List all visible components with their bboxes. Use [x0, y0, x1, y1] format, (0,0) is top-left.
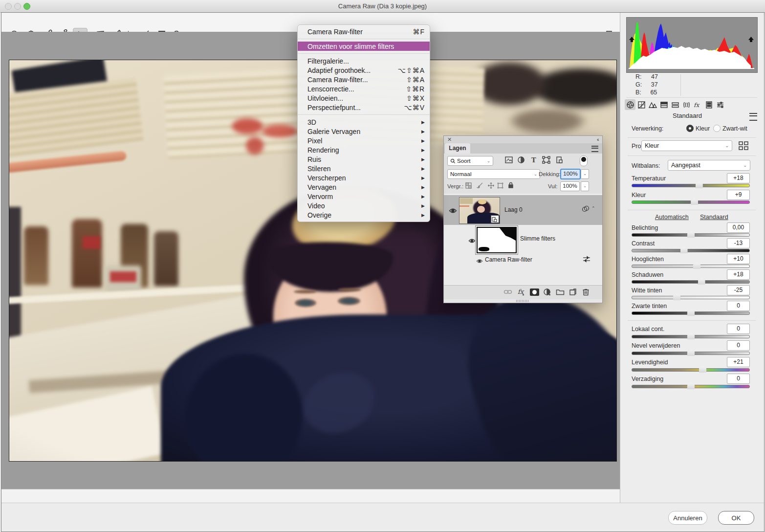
collapse-panel-icon[interactable]: ‹‹: [597, 136, 598, 142]
slider-value-field[interactable]: 0: [727, 340, 750, 351]
cancel-button[interactable]: Annuleren: [668, 511, 707, 525]
filter-shape-layers-icon[interactable]: [542, 156, 550, 164]
opacity-dropdown[interactable]: ⌄: [581, 169, 589, 179]
tab-basic-icon[interactable]: [625, 99, 635, 110]
tab-split-toning-icon[interactable]: [670, 99, 680, 110]
fill-field[interactable]: 100%: [560, 181, 580, 191]
shadow-clipping-warning-icon[interactable]: [629, 37, 635, 43]
highlight-clipping-warning-icon[interactable]: [748, 37, 755, 43]
shadows-slider[interactable]: [632, 280, 750, 284]
saturation-slider[interactable]: [632, 385, 750, 388]
lock-position-icon[interactable]: [487, 182, 495, 189]
zoom-window-button[interactable]: [23, 3, 30, 10]
delete-layer-trash-icon[interactable]: [582, 288, 590, 296]
filter-smart-objects-icon[interactable]: [555, 156, 563, 164]
layers-panel-menu-icon[interactable]: [591, 146, 598, 152]
temperature-slider[interactable]: [632, 184, 750, 187]
slider-value-field[interactable]: +18: [727, 269, 750, 280]
menu-item-submenu[interactable]: Overige ▶: [298, 210, 430, 220]
slider-value-field[interactable]: +9: [727, 190, 750, 200]
menu-item-submenu[interactable]: Galerie Vervagen ▶: [298, 127, 430, 136]
white-balance-select[interactable]: Aangepast⌄: [668, 160, 750, 171]
link-layers-icon[interactable]: [503, 288, 512, 295]
panel-resize-grip[interactable]: [516, 300, 529, 302]
processing-color-radio[interactable]: [686, 125, 694, 132]
layer-filter-toggle[interactable]: [580, 155, 588, 166]
smart-filter-eye-icon[interactable]: [476, 257, 483, 266]
menu-item-submenu[interactable]: Video ▶: [298, 201, 430, 210]
menu-item-submenu[interactable]: Rendering ▶: [298, 145, 430, 155]
collapse-smart-filters-icon[interactable]: ⌃: [591, 206, 595, 211]
menu-item[interactable]: Camera Raw-filter... ⇧⌘A: [298, 75, 430, 84]
clarity-slider[interactable]: [632, 335, 750, 338]
menu-item[interactable]: Uitvloeien... ⇧⌘X: [298, 93, 430, 103]
lock-transparency-icon[interactable]: [465, 182, 472, 189]
menu-item-submenu[interactable]: Stileren ▶: [298, 164, 430, 173]
filter-blending-options-icon[interactable]: [582, 256, 591, 265]
slider-value-field[interactable]: +10: [727, 254, 750, 264]
menu-item-submenu[interactable]: Pixel ▶: [298, 136, 430, 145]
menu-item-submenu[interactable]: Vervorm ▶: [298, 192, 430, 201]
tab-tone-curve-icon[interactable]: [636, 99, 647, 110]
vibrance-slider[interactable]: [632, 368, 750, 372]
tint-slider[interactable]: [632, 200, 750, 204]
menu-item-submenu[interactable]: 3D ▶: [298, 117, 430, 127]
lock-artboard-icon[interactable]: [497, 182, 504, 189]
histogram[interactable]: [626, 17, 758, 73]
slider-value-field[interactable]: +18: [727, 173, 750, 183]
add-layer-mask-icon[interactable]: [530, 288, 539, 296]
smart-filter-entry-label[interactable]: Camera Raw-filter: [485, 256, 532, 263]
layer-name[interactable]: Laag 0: [504, 206, 523, 213]
filter-adjustment-layers-icon[interactable]: [517, 156, 525, 164]
minimize-window-button[interactable]: [14, 3, 21, 10]
menu-item-highlighted[interactable]: Omzetten voor slimme filters: [298, 42, 430, 51]
new-adjustment-layer-icon[interactable]: [543, 288, 551, 296]
menu-item-submenu[interactable]: Ruis ▶: [298, 155, 430, 164]
tab-calibration-icon[interactable]: [703, 99, 714, 110]
menu-item[interactable]: Camera Raw-filter ⌘F: [298, 27, 430, 36]
menu-item[interactable]: Perspectiefpunt... ⌥⌘V: [298, 103, 430, 112]
menu-item[interactable]: Adaptief groothoek... ⌥⇧⌘A: [298, 66, 430, 75]
menu-item-submenu[interactable]: Verscherpen ▶: [298, 173, 430, 182]
slider-value-field[interactable]: -25: [727, 285, 750, 295]
layer-filter-type-select[interactable]: Soort ⌄: [447, 156, 493, 166]
dehaze-slider[interactable]: [632, 352, 750, 355]
new-layer-icon[interactable]: [569, 288, 577, 296]
slider-value-field[interactable]: +21: [727, 357, 750, 367]
layer-thumbnail[interactable]: [459, 197, 500, 224]
acr-panel-menu-icon[interactable]: [749, 113, 757, 121]
lock-pixels-icon[interactable]: [477, 182, 484, 189]
exposure-slider[interactable]: [632, 233, 750, 237]
blend-mode-select[interactable]: Normaal ⌄: [447, 169, 540, 179]
tab-lens-corrections-icon[interactable]: [681, 99, 692, 110]
layer-row[interactable]: Laag 0 ⌃: [444, 195, 602, 225]
default-link[interactable]: Standaard: [700, 214, 728, 221]
slider-value-field[interactable]: 0,00: [727, 222, 750, 233]
tab-hsl-icon[interactable]: [658, 99, 669, 110]
smart-filter-entry-row[interactable]: Camera Raw-filter: [444, 255, 602, 266]
layer-style-fx-icon[interactable]: fx: [517, 288, 525, 296]
processing-bw-label[interactable]: Zwart-wit: [722, 125, 747, 132]
slider-value-field[interactable]: -13: [727, 238, 750, 248]
menu-item[interactable]: Lenscorrectie... ⇧⌘R: [298, 84, 430, 93]
new-group-folder-icon[interactable]: [556, 288, 565, 295]
smart-filters-row[interactable]: Slimme filters: [444, 225, 602, 255]
blacks-slider[interactable]: [632, 311, 750, 315]
menu-item[interactable]: Filtergalerie...: [298, 56, 430, 66]
profile-browser-icon[interactable]: [738, 141, 749, 153]
opacity-field[interactable]: 100%: [560, 169, 581, 179]
smart-filter-mask-thumbnail[interactable]: [477, 227, 517, 253]
tab-presets-icon[interactable]: [715, 99, 725, 110]
lock-all-icon[interactable]: [507, 181, 514, 189]
profile-select[interactable]: Kleur⌄: [641, 140, 732, 151]
close-window-button[interactable]: [5, 3, 12, 10]
highlights-slider[interactable]: [632, 265, 750, 268]
contrast-slider[interactable]: [632, 249, 750, 252]
processing-bw-radio[interactable]: [713, 125, 721, 132]
layer-visibility-eye-icon[interactable]: [449, 207, 457, 216]
slider-value-field[interactable]: 0: [727, 301, 750, 311]
tab-effects-icon[interactable]: fx: [692, 99, 703, 110]
tab-detail-icon[interactable]: [647, 99, 658, 110]
filter-pixel-layers-icon[interactable]: [504, 156, 513, 164]
slider-value-field[interactable]: 0: [727, 324, 750, 334]
